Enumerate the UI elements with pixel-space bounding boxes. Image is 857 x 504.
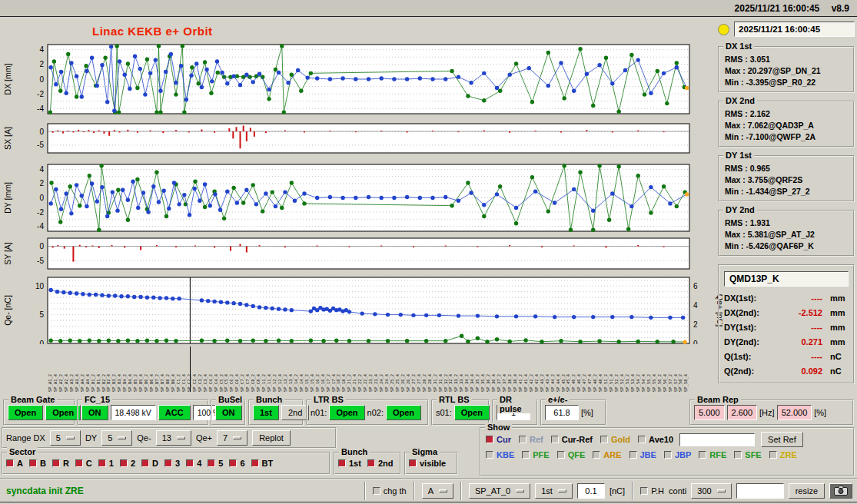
bunch-toggle-2nd[interactable]: 2nd: [367, 459, 394, 468]
checkbox[interactable]: [208, 459, 215, 467]
show-toggle-jbp[interactable]: JBP: [664, 450, 691, 459]
checkbox[interactable]: [164, 459, 172, 467]
checkbox[interactable]: [29, 459, 37, 467]
checkbox[interactable]: [6, 459, 14, 467]
range-qem-select[interactable]: 13: [156, 430, 191, 446]
checkbox[interactable]: [75, 459, 83, 467]
checkbox[interactable]: [519, 436, 526, 443]
show-toggle-zre[interactable]: ZRE: [769, 450, 797, 459]
threshold-input[interactable]: 0.1: [577, 483, 605, 499]
bunch-order-select[interactable]: 1st: [535, 483, 573, 499]
sector-toggle-d[interactable]: D: [141, 459, 158, 468]
checkbox[interactable]: [551, 436, 559, 443]
checkbox[interactable]: [629, 451, 637, 459]
sector-group-label: Sector: [7, 447, 38, 456]
show-toggle-ave10[interactable]: Ave10: [638, 435, 673, 444]
checkbox[interactable]: [141, 459, 149, 467]
timestamp-display: 2025/11/21 16:00:45: [734, 22, 855, 37]
extra-input[interactable]: [736, 483, 784, 499]
checkbox[interactable]: [52, 459, 60, 467]
sigma-toggle-visible[interactable]: visible: [409, 459, 446, 468]
show-toggle-kbe[interactable]: KBE: [486, 450, 514, 459]
checkbox[interactable]: [338, 459, 346, 467]
ltr-n02-open-button[interactable]: Open: [386, 405, 421, 420]
sector-toggle-a[interactable]: A: [6, 459, 23, 468]
checkbox[interactable]: [120, 459, 128, 467]
checkbox[interactable]: [664, 451, 672, 459]
sector-toggle-c[interactable]: C: [75, 459, 92, 468]
sector-toggle-4[interactable]: 4: [186, 459, 201, 468]
camera-button[interactable]: [829, 483, 852, 499]
checkbox[interactable]: [522, 451, 530, 459]
checkbox[interactable]: [486, 451, 493, 459]
checkbox[interactable]: [734, 451, 742, 459]
show-toggle-sfe[interactable]: SFE: [734, 450, 761, 459]
beam-gate-open-button-2[interactable]: Open: [45, 405, 81, 420]
option-menu-indicator: [516, 489, 524, 492]
ref-name-input[interactable]: [679, 433, 755, 446]
chg-th-toggle[interactable]: chg th: [373, 486, 407, 496]
sector-toggle-2[interactable]: 2: [120, 459, 135, 468]
chg-th-checkbox[interactable]: [373, 487, 380, 495]
bunch-1st-button[interactable]: 1st: [253, 405, 279, 420]
replot-button[interactable]: Replot: [252, 430, 291, 446]
fc15-on-button[interactable]: ON: [81, 405, 108, 420]
qmd-row-value: ----: [769, 350, 825, 364]
fc15-acc-button[interactable]: ACC: [158, 405, 191, 420]
checkbox-label: Cur: [497, 435, 511, 444]
checkbox[interactable]: [186, 459, 194, 467]
x-axis-station-label: SP_A4_2: [80, 346, 85, 392]
sector-toggle-5[interactable]: 5: [208, 459, 223, 468]
range-qep-label: Qe+: [196, 433, 212, 443]
sector-toggle-1[interactable]: 1: [98, 459, 114, 468]
sector-toggle-6[interactable]: 6: [229, 459, 244, 468]
checkbox[interactable]: [557, 451, 565, 459]
element-select[interactable]: SP_AT_0: [469, 483, 530, 499]
sector-toggle-bt[interactable]: BT: [251, 459, 274, 468]
ph-checkbox[interactable]: [640, 487, 648, 495]
ph-toggle[interactable]: P.H: [640, 486, 664, 496]
svg-text:SY [A]: SY [A]: [3, 242, 12, 265]
ltr-n01-open-button[interactable]: Open: [329, 405, 364, 420]
checkbox[interactable]: [367, 459, 375, 467]
checkbox[interactable]: [638, 436, 646, 443]
beam-gate-open-button-1[interactable]: Open: [8, 405, 43, 420]
show-toggle-cur[interactable]: Cur: [486, 435, 511, 444]
resize-button[interactable]: resize: [789, 483, 825, 499]
rtl-s01-open-button[interactable]: Open: [454, 405, 490, 420]
sx-steering-chart-svg: 0-5SX [A]: [0, 123, 722, 154]
checkbox[interactable]: [769, 451, 777, 459]
range-qep-select[interactable]: 7: [217, 430, 247, 446]
show-toggle-qfe[interactable]: QFE: [557, 450, 586, 459]
range-dy-select[interactable]: 5: [101, 430, 132, 446]
sector-select[interactable]: A: [422, 483, 453, 499]
set-ref-button[interactable]: Set Ref: [761, 432, 803, 447]
checkbox[interactable]: [409, 459, 417, 467]
show-toggle-jbe[interactable]: JBE: [629, 450, 656, 459]
bunch-order-select-value: 1st: [541, 486, 553, 496]
show-toggle-gold[interactable]: Gold: [600, 435, 630, 444]
checkbox[interactable]: [251, 459, 259, 467]
show-toggle-are[interactable]: ARE: [593, 450, 621, 459]
sector-toggle-r[interactable]: R: [52, 459, 69, 468]
sector-toggle-b[interactable]: B: [29, 459, 46, 468]
range-dx-select[interactable]: 5: [50, 430, 81, 446]
checkbox[interactable]: [229, 459, 237, 467]
x-axis-station-label: SP_26_4: [406, 346, 411, 392]
show-toggle-pfe[interactable]: PFE: [522, 450, 549, 459]
bunch-toggle-1st[interactable]: 1st: [338, 459, 361, 468]
interval-select[interactable]: 300: [691, 483, 731, 499]
busel-on-button[interactable]: ON: [215, 405, 242, 420]
show-toggle-rfe[interactable]: RFE: [699, 450, 726, 459]
show-toggle-ref[interactable]: Ref: [519, 435, 543, 444]
bunch-2nd-button[interactable]: 2nd: [281, 405, 309, 420]
checkbox[interactable]: [486, 436, 493, 443]
checkbox[interactable]: [699, 451, 706, 459]
qmd-device-name[interactable]: QMD13P_K: [724, 271, 849, 287]
checkbox[interactable]: [98, 459, 106, 467]
checkbox[interactable]: [600, 436, 608, 443]
interval-select-value: 300: [697, 486, 711, 496]
sector-toggle-3[interactable]: 3: [164, 459, 180, 468]
show-toggle-cur-ref[interactable]: Cur-Ref: [551, 435, 593, 444]
checkbox[interactable]: [593, 451, 600, 459]
